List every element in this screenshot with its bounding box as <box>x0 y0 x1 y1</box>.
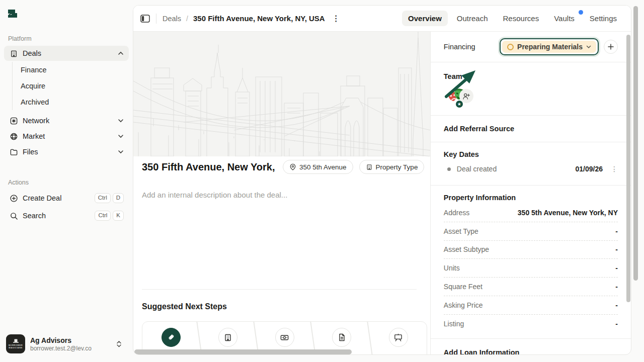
sidebar-toggle-icon[interactable] <box>140 15 150 23</box>
key-date-row: Deal created 01/09/26 ⋮ <box>444 165 618 173</box>
search-shortcut: Ctrl K <box>95 211 124 221</box>
property-type-badge-label: Property Type <box>376 163 418 171</box>
section-divider <box>142 289 417 290</box>
location-pin-icon <box>289 163 296 170</box>
property-row-asset-subtype[interactable]: Asset Subtype - <box>444 241 618 259</box>
breadcrumb-deals[interactable]: Deals <box>163 15 181 23</box>
chevron-down-icon <box>586 45 591 49</box>
deal-kebab-menu-icon[interactable]: ⋮ <box>332 15 340 23</box>
user-menu[interactable]: BORROWER MAGICIANS Ag Advisors borrower.… <box>4 331 129 357</box>
banknote-icon <box>275 328 294 347</box>
description-input[interactable]: Add an internal description about the de… <box>142 191 287 199</box>
document-icon <box>332 328 351 347</box>
address-badge[interactable]: 350 5th Avenue <box>283 160 353 174</box>
deal-body: 350 Fifth Avenue, New York, NY, USA 350 … <box>133 32 631 355</box>
kbd-ctrl: Ctrl <box>95 211 111 221</box>
create-deal-shortcut: Ctrl D <box>95 193 124 203</box>
deal-page-card: Deals / 350 Fifth Avenue, New York, NY, … <box>133 5 631 355</box>
folder-icon <box>9 147 18 156</box>
kbd-d: D <box>113 193 124 203</box>
property-information-section: Property Information Address 350 5th Ave… <box>431 185 631 338</box>
sidebar-item-label: Files <box>23 148 38 156</box>
plus-icon <box>608 44 614 50</box>
avatar-text-line2: MAGICIANS <box>9 346 22 349</box>
property-row-asking-price[interactable]: Asking Price - <box>444 296 618 315</box>
kbd-k: K <box>113 211 124 221</box>
horizontal-scrollbar[interactable] <box>134 349 352 354</box>
property-type-badge[interactable]: Property Type <box>359 160 425 174</box>
sidebar-item-label: Deals <box>23 49 41 57</box>
sidebar-item-market[interactable]: Market <box>4 129 129 144</box>
financing-status-dropdown[interactable]: Preparing Materials <box>500 38 599 55</box>
unfold-icon <box>116 341 122 347</box>
sidebar-item-deals[interactable]: Deals <box>4 46 129 61</box>
add-referral-source-section[interactable]: Add Referral Source <box>431 115 631 142</box>
user-email: borrower.test.2@lev.co <box>30 345 92 352</box>
property-row-listing[interactable]: Listing - <box>444 315 618 333</box>
search-button[interactable]: Search Ctrl K <box>4 207 129 224</box>
add-loan-information-section[interactable]: Add Loan Information <box>431 338 631 355</box>
notification-dot <box>579 10 583 15</box>
sidebar-item-archived[interactable]: Archived <box>13 94 129 110</box>
key-date-value[interactable]: 01/09/26 <box>576 165 603 173</box>
tab-resources[interactable]: Resources <box>497 11 545 26</box>
deal-title-row: 350 Fifth Avenue, New York, NY, USA 350 … <box>142 160 424 174</box>
property-row-address[interactable]: Address 350 5th Avenue, New York, NY <box>444 204 618 222</box>
building-icon <box>218 328 237 347</box>
tab-vaults[interactable]: Vaults <box>548 11 581 26</box>
globe-icon <box>9 132 18 141</box>
person-plus-icon <box>462 92 470 101</box>
deal-title: 350 Fifth Avenue, New York, NY, USA <box>142 161 277 173</box>
add-loan-information-label: Add Loan Information <box>444 348 520 355</box>
deals-sub-list: Finance Acquire Archived <box>12 62 129 110</box>
add-financing-button[interactable] <box>604 40 618 54</box>
add-referral-source-label: Add Referral Source <box>444 125 514 133</box>
plus-circle-icon <box>9 194 18 203</box>
address-badge-label: 350 5th Avenue <box>299 163 347 171</box>
create-deal-button[interactable]: Create Deal Ctrl D <box>4 190 129 207</box>
page-scrollbar[interactable] <box>633 6 638 281</box>
status-ring-icon <box>507 44 514 50</box>
tab-settings[interactable]: Settings <box>584 11 623 26</box>
financing-status-label: Preparing Materials <box>517 43 583 51</box>
chevron-down-icon <box>118 150 124 154</box>
add-team-member-button[interactable] <box>459 89 473 103</box>
star-icon: ★ <box>457 102 461 107</box>
next-steps-title: Suggested Next Steps <box>142 302 227 311</box>
sidebar-item-acquire[interactable]: Acquire <box>13 78 129 94</box>
breadcrumb-current-deal: 350 Fifth Avenue, New York, NY, USA <box>193 14 325 23</box>
tab-outreach[interactable]: Outreach <box>451 11 494 26</box>
sidebar-item-files[interactable]: Files <box>4 144 129 159</box>
building-icon <box>366 163 373 170</box>
key-date-kebab-icon[interactable]: ⋮ <box>611 165 618 172</box>
search-label: Search <box>23 212 46 220</box>
deal-cover-image[interactable] <box>133 32 430 156</box>
sidebar-nav: Platform Deals Finance Acquire Archived <box>0 35 133 160</box>
key-date-label: Deal created <box>457 165 497 173</box>
team-label: Team <box>444 72 462 80</box>
paperclip-icon <box>162 328 181 347</box>
sidebar-item-network[interactable]: Network <box>4 113 129 128</box>
key-dates-title: Key Dates <box>444 150 618 158</box>
property-row-square-feet[interactable]: Square Feet - <box>444 278 618 296</box>
panel-scrollbar[interactable] <box>626 35 630 302</box>
search-icon <box>9 211 18 220</box>
deal-details-panel: Financing Preparing Materials Team <box>430 32 631 355</box>
financing-label: Financing <box>444 43 475 51</box>
property-row-asset-type[interactable]: Asset Type - <box>444 222 618 241</box>
chevron-down-icon <box>118 134 124 138</box>
user-avatar: BORROWER MAGICIANS <box>6 334 25 353</box>
user-name: Ag Advisors <box>30 336 92 344</box>
tab-overview[interactable]: Overview <box>402 11 448 26</box>
actions-group-label: Actions <box>0 179 133 189</box>
kbd-ctrl: Ctrl <box>95 193 111 203</box>
sidebar-item-finance[interactable]: Finance <box>13 62 129 78</box>
building-icon <box>9 49 18 58</box>
team-section: Team <box>431 62 631 115</box>
sidebar: Platform Deals Finance Acquire Archived <box>0 0 133 362</box>
chevron-down-icon <box>118 119 124 123</box>
property-row-units[interactable]: Units - <box>444 259 618 278</box>
step-presentation[interactable] <box>370 322 427 355</box>
header-divider <box>156 14 156 24</box>
app-logo-icon[interactable] <box>6 7 19 20</box>
